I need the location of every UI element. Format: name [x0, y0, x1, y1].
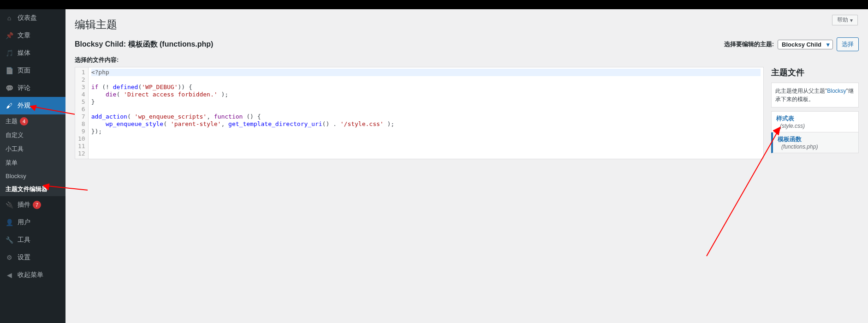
select-theme-label: 选择要编辑的主题: [724, 40, 774, 48]
sidebar-item-仪表盘[interactable]: ⌂仪表盘 [0, 9, 65, 27]
file-item-title: 样式表 [776, 114, 854, 123]
sidebar-item-文章[interactable]: 📌文章 [0, 27, 65, 44]
sidebar-sub-item-Blocksy[interactable]: Blocksy [0, 170, 65, 182]
parent-theme-link[interactable]: Blocksy [827, 88, 846, 94]
content-area: 帮助 ▾ 编辑主题 Blocksy Child: 模板函数 (functions… [65, 9, 868, 323]
editing-file-title: Blocksy Child: 模板函数 (functions.php) [75, 40, 213, 49]
page-title: 编辑主题 [75, 9, 859, 37]
page-icon: 📄 [5, 66, 14, 75]
theme-select-dropdown[interactable]: Blocksy Child [778, 40, 833, 49]
sidebar-sub-item-主题[interactable]: 主题4 [0, 114, 65, 128]
media-icon: 🎵 [5, 48, 14, 58]
chosen-file-label: 选择的文件内容: [75, 56, 859, 64]
sidebar-item-设置[interactable]: ⚙设置 [0, 249, 65, 266]
update-badge: 7 [33, 201, 41, 209]
sidebar-item-外观[interactable]: 🖌外观 [0, 97, 65, 114]
file-item-filename: (style.css) [780, 123, 854, 129]
inherit-note: 此主题使用从父主题"Blocksy"继承下来的模板。 [771, 83, 859, 108]
comment-icon: 💬 [5, 84, 14, 93]
sidebar-item-label: 插件 [18, 201, 30, 209]
sidebar-item-label: 工具 [18, 236, 30, 244]
sidebar-item-工具[interactable]: 🔧工具 [0, 231, 65, 249]
selected-theme-value: Blocksy Child [782, 41, 821, 48]
sidebar-item-label: 页面 [18, 66, 30, 75]
sidebar-sub-item-主题文件编辑器[interactable]: 主题文件编辑器 [0, 182, 65, 196]
sidebar-item-label: 文章 [18, 31, 30, 40]
sidebar-item-label: 仪表盘 [18, 14, 37, 22]
line-number-gutter: 123456789101112 [75, 67, 89, 159]
code-editor[interactable]: 123456789101112 <?php if (! defined('WP_… [75, 67, 764, 159]
admin-topbar [0, 0, 868, 9]
help-tab[interactable]: 帮助 ▾ [832, 15, 858, 25]
chevron-down-icon: ▾ [850, 17, 853, 24]
sidebar-item-插件[interactable]: 🔌插件7 [0, 196, 65, 214]
sidebar-item-label: 收起菜单 [18, 271, 43, 279]
code-lines[interactable]: <?php if (! defined('WP_DEBUG')) { die( … [89, 67, 763, 159]
sidebar-sub-item-自定义[interactable]: 自定义 [0, 128, 65, 142]
admin-sidebar: ⌂仪表盘📌文章🎵媒体📄页面💬评论🖌外观主题4自定义小工具菜单Blocksy主题文… [0, 9, 65, 323]
pin-icon: 📌 [5, 31, 14, 40]
select-button[interactable]: 选择 [837, 37, 859, 51]
help-label: 帮助 [837, 16, 848, 24]
sidebar-item-label: 用户 [18, 218, 30, 227]
theme-file-item[interactable]: 模板函数(functions.php) [771, 132, 859, 153]
sidebar-sub-item-菜单[interactable]: 菜单 [0, 156, 65, 170]
wrench-icon: 🔧 [5, 235, 14, 245]
sidebar-item-页面[interactable]: 📄页面 [0, 62, 65, 79]
sidebar-item-媒体[interactable]: 🎵媒体 [0, 44, 65, 62]
sidebar-item-用户[interactable]: 👤用户 [0, 214, 65, 231]
settings-icon: ⚙ [5, 253, 14, 262]
theme-files-heading: 主题文件 [771, 67, 859, 78]
sidebar-item-评论[interactable]: 💬评论 [0, 79, 65, 97]
theme-files-panel: 主题文件 此主题使用从父主题"Blocksy"继承下来的模板。 样式表(styl… [771, 67, 859, 153]
appearance-submenu: 主题4自定义小工具菜单Blocksy主题文件编辑器 [0, 114, 65, 196]
user-icon: 👤 [5, 218, 14, 227]
file-item-title: 模板函数 [778, 135, 854, 144]
sidebar-item-收起菜单[interactable]: ◀收起菜单 [0, 266, 65, 284]
dashboard-icon: ⌂ [5, 13, 14, 23]
update-badge: 4 [20, 117, 28, 126]
sidebar-item-label: 设置 [18, 253, 30, 262]
collapse-icon: ◀ [5, 270, 14, 280]
sidebar-sub-item-小工具[interactable]: 小工具 [0, 142, 65, 156]
sidebar-item-label: 媒体 [18, 49, 30, 57]
sidebar-item-label: 评论 [18, 84, 30, 92]
theme-file-item[interactable]: 样式表(style.css) [771, 111, 859, 132]
brush-icon: 🖌 [5, 101, 14, 110]
file-item-filename: (functions.php) [781, 144, 854, 150]
plugin-icon: 🔌 [5, 200, 14, 209]
sidebar-item-label: 外观 [18, 102, 30, 110]
